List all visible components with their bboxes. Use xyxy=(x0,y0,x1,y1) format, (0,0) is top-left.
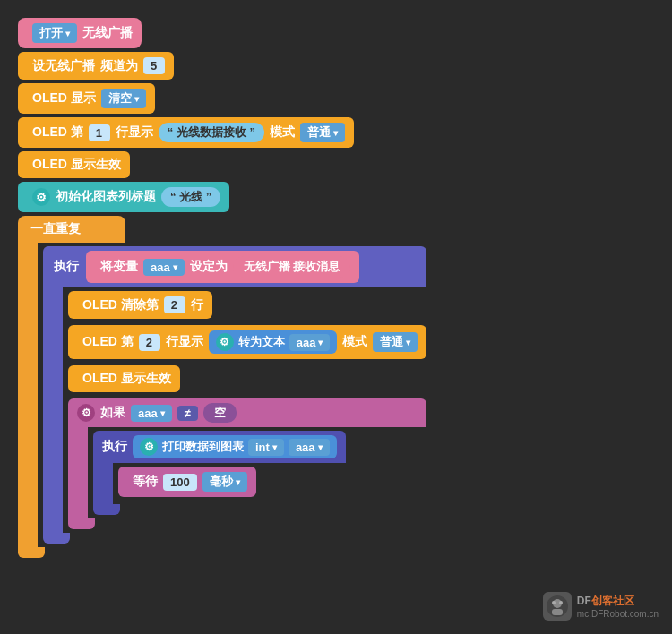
exec-body: OLED 清除第 2 行 OLED 第 2 xyxy=(43,287,426,533)
label-exec: 执行 xyxy=(54,259,79,275)
forever-footer xyxy=(18,547,45,558)
dropdown-mode2[interactable]: 普通 xyxy=(373,332,418,352)
label-mode: 模式 xyxy=(270,124,295,141)
block-row-1: 打开 无线广播 xyxy=(18,18,426,48)
dropdown-clear[interactable]: 清空 xyxy=(101,89,146,108)
dropdown-int[interactable]: int xyxy=(248,439,284,456)
input-row-num3[interactable]: 2 xyxy=(139,334,160,351)
if-block-outer: ⚙ 如果 aaa ≠ 空 xyxy=(68,398,426,529)
svg-rect-2 xyxy=(552,609,563,615)
block-row-11: OLED 显示生效 xyxy=(68,365,426,392)
label-oled-effect2: OLED 显示生效 xyxy=(82,371,171,387)
gear-icon: ⚙ xyxy=(32,188,50,206)
label-init-chart: 初始化图表列标题 xyxy=(56,189,156,205)
label-set-channel2: 频道为 xyxy=(100,58,138,74)
if-inner: 执行 ⚙ 打印数据到图表 int aaa xyxy=(88,427,346,518)
exec-header[interactable]: 执行 将变量 aaa 设定为 无线广播 接收消息 xyxy=(43,246,426,287)
label-set-channel1: 设无线广播 xyxy=(32,58,95,74)
label-oled-row2-2: 行显示 xyxy=(166,334,203,350)
exec-footer xyxy=(43,533,70,544)
gear-icon-2: ⚙ xyxy=(216,333,234,351)
gear-icon-if: ⚙ xyxy=(77,404,95,422)
dropdown-aaa2[interactable]: aaa xyxy=(289,334,331,351)
block-open-broadcast[interactable]: 打开 无线广播 xyxy=(18,18,142,48)
ne-operator: ≠ xyxy=(177,406,198,421)
block-oled-effect[interactable]: OLED 显示生效 xyxy=(18,151,130,178)
forever-inner: 执行 将变量 aaa 设定为 无线广播 接收消息 xyxy=(38,243,426,547)
exec-inner-left xyxy=(93,463,113,504)
svg-point-4 xyxy=(559,601,563,604)
block-row-4: OLED 第 1 行显示 “ 光线数据接收 ” 模式 普通 xyxy=(18,117,426,148)
block-oled-clear[interactable]: OLED 显示 清空 xyxy=(18,83,155,114)
block-row-9: OLED 清除第 2 行 xyxy=(68,291,426,319)
dropdown-var-aaa[interactable]: aaa xyxy=(143,259,185,276)
label-oled-row2-1: OLED 第 xyxy=(82,334,134,350)
block-row-5: OLED 显示生效 xyxy=(18,151,426,178)
label-print-chart: 打印数据到图表 xyxy=(162,439,244,455)
dropdown-aaa3[interactable]: aaa xyxy=(289,439,330,456)
if-left-border xyxy=(68,427,88,518)
exec-left-border xyxy=(43,287,63,533)
forever-left-border xyxy=(18,243,38,547)
dropdown-if-aaa[interactable]: aaa xyxy=(131,405,172,422)
label-row-display: 行显示 xyxy=(116,124,153,141)
block-forever-loop: 一直重复 执行 将变量 aaa 设定为 xyxy=(18,216,426,558)
label-mode2: 模式 xyxy=(342,334,367,350)
block-wait[interactable]: 等待 100 毫秒 xyxy=(118,467,256,497)
gear-icon-3: ⚙ xyxy=(140,438,158,456)
block-set-var[interactable]: 将变量 aaa 设定为 无线广播 接收消息 xyxy=(86,251,359,283)
main-canvas: 打开 无线广播 设无线广播 频道为 5 OLED 显示 清空 OLED 第 1 xyxy=(0,0,672,634)
string-light: “ 光线 ” xyxy=(161,187,220,207)
label-oled-row1: OLED 第 xyxy=(32,124,83,141)
block-row-10: OLED 第 2 行显示 ⚙ 转为文本 aaa xyxy=(68,325,426,359)
block-to-text[interactable]: ⚙ 转为文本 aaa xyxy=(209,330,338,354)
label-row2: 行 xyxy=(191,297,203,313)
oval-receive-msg: 无线广播 接收消息 xyxy=(233,256,351,278)
label-wait: 等待 xyxy=(133,474,158,490)
if-header[interactable]: ⚙ 如果 aaa ≠ 空 xyxy=(68,398,426,427)
input-wait-ms[interactable]: 100 xyxy=(163,474,197,491)
block-oled-effect2[interactable]: OLED 显示生效 xyxy=(68,365,180,392)
exec-inner-footer xyxy=(93,504,120,515)
watermark: DF创客社区 mc.DFRobot.com.cn xyxy=(543,592,659,621)
block-print-chart[interactable]: ⚙ 打印数据到图表 int aaa xyxy=(133,435,337,458)
label-wireless: 无线广播 xyxy=(82,25,133,41)
exec-inner: OLED 清除第 2 行 OLED 第 2 xyxy=(63,287,426,533)
exec-inner-content: 等待 100 毫秒 xyxy=(113,463,256,504)
label-set-as: 设定为 xyxy=(190,259,228,275)
dropdown-ms[interactable]: 毫秒 xyxy=(202,472,247,492)
label-oled-effect: OLED 显示生效 xyxy=(32,157,121,173)
blocks-area: 打开 无线广播 设无线广播 频道为 5 OLED 显示 清空 OLED 第 1 xyxy=(18,18,426,561)
block-oled-clear-row[interactable]: OLED 清除第 2 行 xyxy=(68,291,212,319)
forever-body: 执行 将变量 aaa 设定为 无线广播 接收消息 xyxy=(18,243,426,547)
dropdown-mode[interactable]: 普通 xyxy=(300,123,345,142)
input-row-num2[interactable]: 2 xyxy=(164,296,185,313)
watermark-logo xyxy=(543,592,572,621)
block-row-14: 等待 100 毫秒 xyxy=(118,467,256,497)
dropdown-open[interactable]: 打开 xyxy=(32,23,77,43)
label-empty: 空 xyxy=(203,403,237,423)
label-set-var1: 将变量 xyxy=(100,259,138,275)
forever-header[interactable]: 一直重复 xyxy=(18,216,125,243)
label-to-text: 转为文本 xyxy=(238,334,285,350)
if-footer xyxy=(68,518,95,529)
block-oled-row-display[interactable]: OLED 第 1 行显示 “ 光线数据接收 ” 模式 普通 xyxy=(18,117,354,148)
input-channel-value[interactable]: 5 xyxy=(143,57,165,74)
block-oled-row2-display[interactable]: OLED 第 2 行显示 ⚙ 转为文本 aaa xyxy=(68,325,426,359)
label-oled-clear: OLED 显示 xyxy=(32,90,96,107)
block-init-chart[interactable]: ⚙ 初始化图表列标题 “ 光线 ” xyxy=(18,182,229,212)
block-row-3: OLED 显示 清空 xyxy=(18,83,426,114)
exec-inner-body: 等待 100 毫秒 xyxy=(93,463,346,504)
label-exec2: 执行 xyxy=(102,439,127,455)
label-if: 如果 xyxy=(100,405,125,421)
if-body: 执行 ⚙ 打印数据到图表 int aaa xyxy=(68,427,426,518)
label-oled-clear-row1: OLED 清除第 xyxy=(82,297,159,313)
exec-block-inner: 执行 ⚙ 打印数据到图表 int aaa xyxy=(93,431,346,515)
block-row-2: 设无线广播 频道为 5 xyxy=(18,52,426,80)
svg-point-3 xyxy=(552,601,556,604)
exec-inner-header[interactable]: 执行 ⚙ 打印数据到图表 int aaa xyxy=(93,431,346,463)
block-set-channel[interactable]: 设无线广播 频道为 5 xyxy=(18,52,174,80)
exec-block-outer: 执行 将变量 aaa 设定为 无线广播 接收消息 xyxy=(43,246,426,544)
input-row-num[interactable]: 1 xyxy=(89,124,110,141)
watermark-text: DF创客社区 mc.DFRobot.com.cn xyxy=(577,594,659,619)
